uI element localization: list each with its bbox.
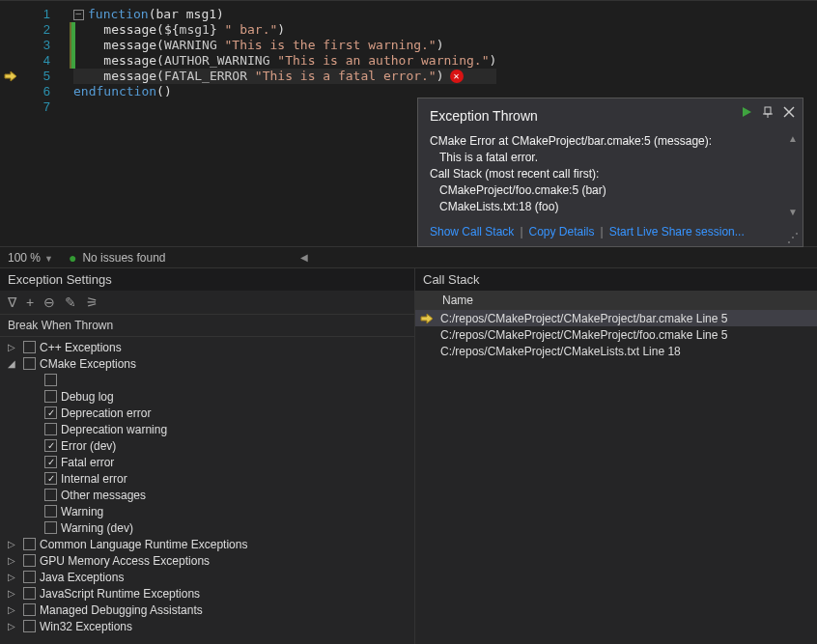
checkbox[interactable] (44, 423, 57, 435)
call-stack-row[interactable]: C:/repos/CMakeProject/CMakeProject/foo.c… (415, 326, 817, 343)
exception-toolbar: ∇ + ⊖ ✎ ⚞ (0, 291, 414, 315)
pin-icon[interactable] (762, 106, 774, 118)
checkbox[interactable] (44, 439, 57, 452)
filter-icon[interactable]: ∇ (8, 294, 16, 310)
checkbox[interactable] (23, 341, 36, 353)
svg-marker-7 (421, 314, 433, 323)
exception-tooltip: Exception Thrown CMake Error at CMakePro… (417, 98, 803, 247)
exception-category[interactable]: ▷JavaScript Runtime Exceptions (0, 585, 414, 602)
exception-category[interactable]: ▷Common Language Runtime Exceptions (0, 536, 414, 552)
svg-marker-1 (743, 107, 751, 117)
checkbox[interactable] (23, 554, 36, 567)
checkbox[interactable] (23, 357, 36, 370)
exception-item[interactable]: Deprecation error (0, 405, 414, 421)
checkbox[interactable] (44, 489, 57, 501)
remove-icon[interactable]: ⊖ (43, 294, 55, 310)
copy-details-link[interactable]: Copy Details (529, 225, 595, 238)
checkbox[interactable] (44, 374, 57, 386)
checkbox[interactable] (44, 472, 57, 485)
call-stack-row[interactable]: C:/repos/CMakeProject/CMakeProject/bar.c… (415, 310, 817, 326)
continue-icon[interactable] (741, 106, 752, 118)
checkbox[interactable] (44, 406, 57, 419)
checkbox[interactable] (23, 620, 36, 632)
show-call-stack-link[interactable]: Show Call Stack (430, 225, 514, 238)
close-icon[interactable] (783, 106, 795, 118)
exception-category[interactable]: ◢CMake Exceptions (0, 355, 414, 372)
exception-item[interactable] (0, 372, 414, 388)
collapse-arrow-icon[interactable]: ◀ (300, 252, 308, 263)
call-stack-title: Call Stack (415, 268, 817, 291)
break-when-thrown-label: Break When Thrown (0, 315, 414, 337)
call-stack-panel: Call Stack Name C:/repos/CMakeProject/CM… (415, 268, 817, 644)
check-icon: ● (69, 250, 76, 266)
call-stack-row[interactable]: C:/repos/CMakeProject/CMakeLists.txt Lin… (415, 343, 817, 359)
resize-grip-icon[interactable]: ⋰ (787, 231, 799, 244)
exception-category[interactable]: ▷C++ Exceptions (0, 339, 414, 355)
checkbox[interactable] (23, 538, 36, 550)
add-icon[interactable]: + (26, 294, 34, 310)
exception-item[interactable]: Fatal error (0, 454, 414, 470)
restore-icon[interactable]: ⚞ (86, 294, 99, 310)
editor-status-bar: 100 %▼ ● No issues found ◀ (0, 246, 817, 267)
zoom-level[interactable]: 100 %▼ (8, 251, 53, 265)
checkbox[interactable] (23, 571, 36, 583)
edit-icon[interactable]: ✎ (65, 294, 76, 310)
issues-status[interactable]: No issues found (82, 251, 165, 265)
tooltip-scrollbar[interactable]: ▲ ▼ (787, 133, 799, 217)
code-editor[interactable]: 1234567 function(bar msg1) message(${msg… (0, 0, 817, 246)
exception-item[interactable]: Error (dev) (0, 437, 414, 454)
exception-item[interactable]: Warning (dev) (0, 519, 414, 536)
checkbox[interactable] (44, 456, 57, 468)
checkbox[interactable] (44, 521, 57, 534)
checkbox[interactable] (23, 603, 36, 616)
error-icon[interactable]: ✕ (450, 70, 464, 83)
exception-category[interactable]: ▷Managed Debugging Assistants (0, 602, 414, 618)
checkbox[interactable] (23, 587, 36, 600)
exception-category[interactable]: ▷Win32 Exceptions (0, 618, 414, 634)
exception-settings-title: Exception Settings (0, 268, 414, 291)
exception-item[interactable]: Internal error (0, 470, 414, 487)
exception-item[interactable]: Deprecation warning (0, 421, 414, 437)
call-stack-list[interactable]: C:/repos/CMakeProject/CMakeProject/bar.c… (415, 310, 817, 644)
exception-tree[interactable]: ▷C++ Exceptions◢CMake ExceptionsDebug lo… (0, 337, 414, 644)
svg-rect-2 (765, 107, 771, 114)
checkbox[interactable] (44, 505, 57, 518)
call-stack-name-header[interactable]: Name (415, 291, 817, 310)
exception-category[interactable]: ▷GPU Memory Access Exceptions (0, 552, 414, 569)
tooltip-body: CMake Error at CMakeProject/bar.cmake:5 … (430, 133, 791, 215)
tooltip-title: Exception Thrown (430, 108, 791, 124)
exception-item[interactable]: Other messages (0, 487, 414, 503)
live-share-link[interactable]: Start Live Share session... (609, 225, 745, 238)
checkbox[interactable] (44, 390, 57, 403)
exception-settings-panel: Exception Settings ∇ + ⊖ ✎ ⚞ Break When … (0, 268, 415, 644)
exception-item[interactable]: Debug log (0, 388, 414, 405)
exception-item[interactable]: Warning (0, 503, 414, 519)
exception-category[interactable]: ▷Java Exceptions (0, 569, 414, 585)
